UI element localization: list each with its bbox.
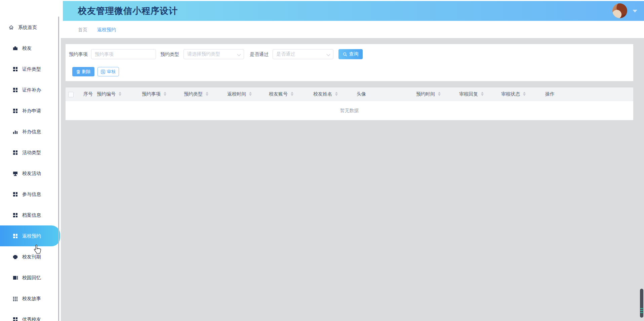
delete-button-label: 删除: [82, 69, 91, 75]
page-scrollbar[interactable]: [640, 289, 643, 318]
column-header-audit-status[interactable]: 审核状态: [501, 87, 526, 101]
reservation-item-input[interactable]: [91, 49, 156, 59]
sidebar-scrollbar[interactable]: [58, 16, 59, 321]
column-header-reservation-item[interactable]: 预约事项: [142, 87, 166, 101]
sort-icon[interactable]: [523, 92, 526, 96]
sidebar: 系统首页 校友 证件类型 证件补办 补办申请 补办信息: [0, 0, 61, 321]
sort-icon[interactable]: [206, 92, 208, 96]
sidebar-item-outstanding-alumni[interactable]: 优秀校友: [0, 309, 61, 321]
sidebar-item-label: 优秀校友: [22, 317, 41, 321]
grid-icon: [13, 192, 18, 197]
grid-icon: [13, 234, 18, 239]
column-header-reservation-type[interactable]: 预约类型: [184, 87, 208, 101]
column-header-actions[interactable]: 操作: [545, 87, 555, 101]
sidebar-item-label: 返校预约: [22, 234, 41, 238]
chevron-down-icon: [326, 52, 330, 56]
select-placeholder: 是否通过: [276, 51, 295, 57]
sidebar-item-label: 校友故事: [22, 296, 41, 301]
grid-icon: [13, 317, 18, 321]
search-button-label: 查询: [349, 51, 359, 57]
sidebar-item-reissue-info[interactable]: 补办信息: [0, 121, 61, 142]
sort-icon[interactable]: [481, 92, 484, 96]
reservation-type-select[interactable]: 请选择预约类型: [184, 49, 244, 59]
sidebar-item-system-home[interactable]: 系统首页: [0, 17, 61, 38]
sort-icon[interactable]: [119, 92, 121, 96]
breadcrumb-home[interactable]: 首页: [78, 27, 87, 33]
sidebar-item-label: 活动类型: [22, 150, 41, 155]
briefcase-icon: [13, 46, 18, 51]
chevron-down-icon[interactable]: [633, 10, 637, 12]
app-window: 校友管理微信小程序设计 首页 返校预约 系统首页 校友 证件类型: [0, 0, 644, 321]
grid-icon: [13, 150, 18, 155]
sidebar-item-alumni-journal[interactable]: 校友刊期: [0, 246, 61, 267]
column-header-reservation-time[interactable]: 预约时间: [416, 87, 441, 101]
sidebar-item-label: 校友: [22, 46, 32, 50]
search-icon: [343, 52, 347, 57]
sidebar-item-label: 证件补办: [22, 87, 41, 92]
sidebar-item-label: 校园回忆: [22, 275, 41, 280]
audit-button-label: 审核: [107, 69, 116, 75]
sidebar-item-label: 档案信息: [22, 213, 41, 217]
sidebar-item-alumni-activity[interactable]: 校友活动: [0, 163, 61, 184]
filter-label-reservation-type: 预约类型: [160, 49, 179, 59]
sort-icon[interactable]: [335, 92, 338, 96]
grid-icon: [13, 213, 18, 218]
book-icon: [13, 275, 18, 280]
column-header-alumni-name[interactable]: 校友姓名: [313, 87, 338, 101]
data-table: 序号 预约编号 预约事项 预约类型 返校时间 校友账号: [66, 87, 633, 120]
sidebar-item-certificate-type[interactable]: 证件类型: [0, 59, 61, 79]
sidebar-item-alumni-story[interactable]: 校友故事: [0, 288, 61, 309]
sidebar-item-certificate-reissue[interactable]: 证件补办: [0, 79, 61, 100]
bar-chart-icon: [13, 129, 18, 134]
sidebar-item-archive-info[interactable]: 档案信息: [0, 205, 61, 225]
column-header-avatar[interactable]: 头像: [357, 87, 366, 101]
delete-button[interactable]: 删除: [72, 67, 94, 76]
sidebar-item-label: 校友活动: [22, 171, 41, 176]
table-header-row: 序号 预约编号 预约事项 预约类型 返校时间 校友账号: [66, 87, 633, 101]
sort-icon[interactable]: [291, 92, 293, 96]
sidebar-item-return-school-reservation[interactable]: 返校预约: [0, 225, 60, 246]
sidebar-item-alumni[interactable]: 校友: [0, 38, 61, 59]
grid9-icon: [13, 296, 18, 301]
sidebar-item-label: 补办申请: [22, 108, 41, 113]
sidebar-item-label: 参与信息: [22, 192, 41, 197]
filter-label-is-passed: 是否通过: [250, 49, 269, 59]
app-header: 校友管理微信小程序设计: [63, 1, 644, 21]
sort-icon[interactable]: [249, 92, 252, 96]
home-icon: [9, 25, 14, 30]
column-header-reservation-no[interactable]: 预约编号: [97, 87, 121, 101]
audit-button[interactable]: 审核: [97, 67, 119, 76]
filter-panel: 预约事项 预约类型 请选择预约类型 是否通过 是否通过 查询 删除: [66, 44, 633, 81]
page-title: 校友管理微信小程序设计: [78, 1, 178, 21]
audit-icon: [101, 70, 105, 74]
sidebar-item-label: 证件类型: [22, 67, 41, 71]
breadcrumb-current[interactable]: 返校预约: [97, 27, 116, 33]
sort-icon[interactable]: [438, 92, 441, 96]
select-all-checkbox[interactable]: [68, 92, 74, 97]
sidebar-item-activity-type[interactable]: 活动类型: [0, 142, 61, 163]
breadcrumb: 首页 返校预约: [78, 27, 116, 33]
select-placeholder: 请选择预约类型: [187, 51, 220, 57]
column-header-audit-reply[interactable]: 审核回复: [459, 87, 484, 101]
sidebar-item-label: 补办信息: [22, 129, 41, 134]
column-header-alumni-account[interactable]: 校友账号: [269, 87, 293, 101]
sort-icon[interactable]: [164, 92, 166, 96]
grid-icon: [13, 67, 18, 72]
grid-icon: [13, 87, 18, 93]
sidebar-item-participation-info[interactable]: 参与信息: [0, 184, 61, 205]
sidebar-menu: 系统首页 校友 证件类型 证件补办 补办申请 补办信息: [0, 0, 61, 321]
sidebar-item-label: 校友刊期: [22, 254, 41, 259]
sidebar-item-campus-memory[interactable]: 校园回忆: [0, 267, 61, 288]
filter-label-reservation-item: 预约事项: [69, 49, 88, 59]
trash-icon: [76, 70, 80, 74]
sidebar-item-reissue-application[interactable]: 补办申请: [0, 100, 61, 121]
avatar[interactable]: [612, 3, 627, 18]
chevron-down-icon: [237, 52, 241, 56]
monitor-icon: [13, 171, 18, 176]
column-header-index[interactable]: 序号: [83, 87, 93, 101]
column-header-return-time[interactable]: 返校时间: [227, 87, 252, 101]
sidebar-item-label: 系统首页: [18, 25, 37, 30]
search-button[interactable]: 查询: [338, 49, 363, 59]
is-passed-select[interactable]: 是否通过: [273, 49, 333, 59]
printer-icon: [13, 254, 18, 259]
